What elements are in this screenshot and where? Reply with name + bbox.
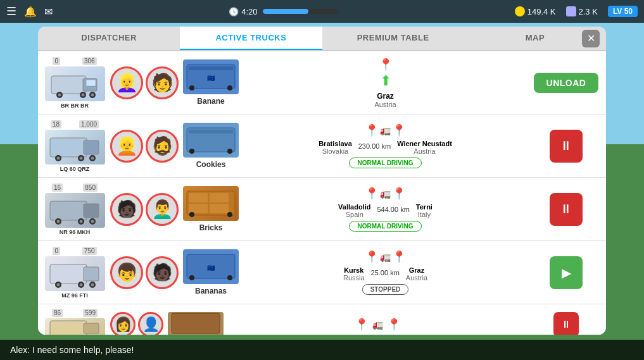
svg-point-7: [91, 93, 94, 96]
dest-pin: 📍: [392, 123, 406, 137]
svg-point-25: [227, 149, 232, 154]
route-status-badge: NORMAL DRIVING: [349, 158, 421, 168]
tabs-bar: DISPATCHER ACTIVE TRUCKS PREMIUM TABLE M…: [38, 27, 606, 51]
table-row: 86 599 👩 👤: [38, 304, 606, 335]
avatar: 👤: [138, 312, 163, 335]
xp-progress-bar: [263, 9, 339, 14]
main-panel: DISPATCHER ACTIVE TRUCKS PREMIUM TABLE M…: [38, 27, 606, 335]
cargo-label: Bananas: [195, 287, 227, 295]
action-area: ⏸: [531, 193, 601, 226]
drivers: 🧑🏿 👨‍🦱: [110, 193, 179, 226]
cargo-area: Cookies: [182, 123, 239, 169]
avatar: 👦: [110, 256, 143, 289]
table-row: 16 850 NR 96 MKH: [38, 178, 606, 241]
truck-image-area: 86 599: [43, 309, 106, 335]
truck-stats: 16 850: [43, 183, 106, 192]
dest-location: Graz Austria: [406, 266, 427, 282]
distance-label: 230.00 km: [358, 140, 391, 150]
dest-city: Wiener Neustadt: [397, 140, 452, 147]
origin-country: Spain: [338, 211, 370, 218]
truck-plate: BR BR BR: [61, 102, 89, 109]
cargo-svg: [186, 188, 236, 220]
tab-dispatcher[interactable]: DISPATCHER: [38, 27, 180, 50]
svg-point-19: [79, 156, 82, 159]
table-row: 18 1,000 LQ 60 QRZ: [38, 115, 606, 178]
avatar: 🧑🏿: [110, 193, 143, 226]
origin-pin: 📍: [355, 318, 369, 332]
svg-rect-35: [189, 193, 208, 202]
unload-area[interactable]: UNLOAD: [531, 73, 601, 93]
truck-plate: NR 96 MKH: [60, 229, 91, 235]
cargo-area: [167, 312, 224, 335]
pause-button[interactable]: ⏸: [553, 312, 579, 335]
menu-icon[interactable]: ☰: [6, 4, 16, 18]
cargo-label: Cookies: [196, 160, 226, 169]
avatar: 🧑🏿: [146, 256, 179, 289]
pause-button[interactable]: ⏸: [550, 193, 583, 226]
origin-pin: 📍: [365, 250, 379, 264]
origin-location: Kursk Russia: [343, 266, 365, 282]
cargo-label: Bricks: [199, 223, 223, 232]
upload-icon-area: 📍 ⬆: [379, 58, 393, 89]
route-status-badge: STOPPED: [362, 284, 409, 295]
gems-display: 2.3 K: [566, 6, 598, 16]
tab-active-trucks[interactable]: ACTIVE TRUCKS: [180, 27, 322, 50]
action-area: ⏸: [531, 130, 601, 163]
pause-button[interactable]: ⏸: [550, 130, 583, 163]
coin-icon: [515, 6, 525, 16]
time-display: 🕓 4:20: [229, 7, 257, 16]
svg-text:🇪🇺: 🇪🇺: [207, 264, 215, 272]
truck-plate: LQ 60 QRZ: [60, 166, 90, 172]
svg-point-48: [91, 283, 94, 286]
cargo-image: [183, 123, 239, 158]
truck-image-area: 16 850 NR 96 MKH: [43, 183, 106, 235]
distance-label: 25.00 km: [371, 266, 400, 276]
svg-rect-55: [172, 313, 220, 333]
avatar: 👱‍♀️: [110, 66, 143, 99]
svg-rect-15: [84, 140, 99, 154]
time-label: 4:20: [241, 7, 257, 16]
truck-svg: [48, 318, 102, 335]
dest-country: Austria: [397, 147, 452, 155]
dest-city: Graz: [377, 92, 394, 101]
clock-icon: 🕓: [229, 7, 239, 16]
mail-icon[interactable]: ✉: [44, 6, 53, 18]
go-button[interactable]: ▶: [550, 256, 583, 289]
svg-point-21: [91, 156, 94, 159]
svg-rect-27: [84, 204, 99, 218]
cargo-area: 🇪🇺 Banane: [182, 59, 239, 106]
cargo-image: [168, 312, 224, 335]
svg-point-12: [227, 85, 232, 90]
truck-plate: MZ 96 FTI: [61, 292, 88, 299]
origin-location: Valladolid Spain: [338, 203, 370, 218]
close-button[interactable]: ✕: [582, 30, 600, 47]
svg-point-3: [58, 93, 61, 96]
truck-on-route: 🚛: [372, 320, 383, 330]
origin-country: Slovakia: [319, 147, 352, 155]
svg-point-24: [189, 149, 194, 154]
gem-icon: [566, 6, 576, 16]
avatar: 👨‍🦱: [146, 193, 179, 226]
tab-premium-table[interactable]: PREMIUM TABLE: [322, 27, 464, 50]
route-info: 📍 🚛 📍: [228, 318, 527, 332]
dest-country: Austria: [406, 274, 427, 282]
svg-rect-26: [50, 201, 87, 220]
truck-on-route: 🚛: [380, 125, 391, 135]
origin-city: Bratislava: [319, 140, 352, 147]
unload-button[interactable]: UNLOAD: [534, 73, 599, 93]
dest-pin: 📍: [392, 250, 406, 264]
origin-location: Bratislava Slovakia: [319, 140, 352, 155]
svg-point-11: [189, 85, 194, 90]
destination-pin: 📍: [379, 58, 393, 71]
origin-pin: 📍: [365, 123, 379, 137]
destination-location: Graz Austria: [374, 92, 396, 108]
svg-rect-36: [210, 193, 229, 202]
cargo-area: Bricks: [182, 186, 239, 232]
action-area: ⏸: [531, 312, 601, 335]
avatar: 👩: [110, 312, 136, 335]
truck-thumbnail: [45, 66, 105, 101]
bell-icon[interactable]: 🔔: [24, 6, 37, 18]
cargo-image: [183, 186, 239, 221]
svg-point-29: [56, 220, 60, 223]
table-row: 0 750 MZ 96 FTI: [38, 241, 606, 304]
